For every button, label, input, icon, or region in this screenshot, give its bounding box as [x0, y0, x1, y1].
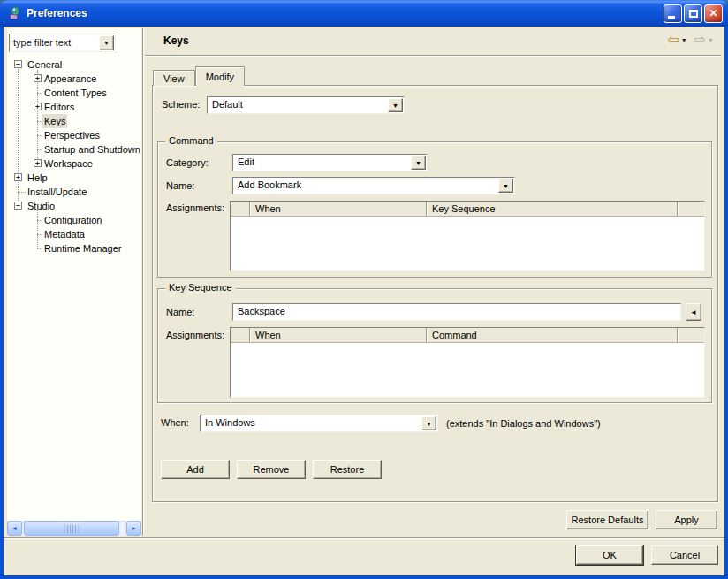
apply-button[interactable]: Apply — [656, 510, 717, 529]
key-assignments-table[interactable]: When Command — [230, 327, 705, 398]
when-select[interactable]: In Windows ▼ — [200, 415, 438, 432]
preferences-icon — [8, 6, 22, 20]
tree-item-metadata[interactable]: Metadata — [7, 227, 141, 241]
command-name-select[interactable]: Add Bookmark ▼ — [232, 177, 515, 194]
key-sequence-input[interactable]: Backspace — [232, 303, 681, 321]
tree-item-perspectives[interactable]: Perspectives — [7, 128, 141, 142]
back-history-caret-icon[interactable]: ▼ — [681, 37, 687, 43]
tree-item-install-update[interactable]: Install/Update — [7, 185, 141, 199]
header-cell-when[interactable]: When — [250, 328, 427, 342]
scrollbar-track[interactable] — [22, 521, 126, 536]
cancel-button[interactable]: Cancel — [651, 545, 718, 565]
header-divider — [145, 55, 721, 57]
chevron-down-icon[interactable]: ▼ — [411, 156, 426, 170]
restore-defaults-button[interactable]: Restore Defaults — [566, 510, 648, 529]
tree-connector — [37, 149, 42, 150]
add-button[interactable]: Add — [161, 460, 230, 479]
tab-strip: View Modify — [153, 66, 245, 86]
tree-item-studio[interactable]: − Studio — [7, 199, 141, 213]
tree-connector — [18, 192, 26, 193]
chevron-down-icon[interactable]: ▼ — [388, 98, 403, 112]
expand-icon[interactable]: + — [34, 159, 42, 167]
header-cell-blank[interactable] — [231, 202, 250, 216]
command-name-label: Name: — [166, 178, 194, 194]
left-arrow-icon: ◄ — [690, 309, 697, 316]
maximize-button[interactable] — [684, 4, 702, 23]
category-select[interactable]: Edit ▼ — [232, 154, 428, 171]
scheme-label: Scheme: — [162, 96, 200, 113]
header-cell-blank[interactable] — [231, 328, 250, 342]
tree-item-runtime-manager[interactable]: Runtime Manager — [7, 241, 141, 255]
collapse-icon[interactable]: − — [14, 202, 22, 210]
tree-item-workspace[interactable]: + Workspace — [7, 156, 141, 171]
forward-history-caret-icon[interactable]: ▼ — [708, 37, 714, 43]
tree-item-general[interactable]: − General — [7, 57, 141, 72]
scrollbar-thumb[interactable] — [24, 521, 119, 536]
close-button[interactable]: ✕ — [704, 4, 723, 23]
header-cell-when[interactable]: When — [250, 202, 427, 216]
scroll-right-icon[interactable]: ► — [126, 521, 141, 536]
expand-icon[interactable]: + — [14, 173, 22, 181]
command-assignments-table[interactable]: When Key Sequence — [230, 201, 705, 271]
keys-preference-page: Keys ⇦ ▼ ⇨ ▼ View Modify Scheme: Default… — [145, 27, 721, 537]
header-cell-filler — [678, 328, 704, 342]
tree-item-help[interactable]: + Help — [7, 171, 141, 185]
tree-item-appearance[interactable]: + Appearance — [7, 72, 141, 86]
scroll-left-icon[interactable]: ◄ — [7, 521, 22, 536]
category-label: Category: — [166, 155, 209, 171]
title-bar[interactable]: Preferences ✕ — [0, 0, 728, 27]
forward-arrow-icon[interactable]: ⇨ — [694, 33, 706, 47]
scheme-select[interactable]: Default ▼ — [207, 96, 405, 114]
tab-modify[interactable]: Modify — [195, 66, 245, 86]
dialog-button-bar: OK Cancel — [4, 545, 718, 565]
tree-item-startup-and-shutdown[interactable]: Startup and Shutdown — [7, 142, 141, 156]
chevron-down-icon[interactable]: ▼ — [99, 35, 114, 50]
footer-divider — [4, 537, 724, 539]
when-extends-note: (extends "In Dialogs and Windows") — [446, 415, 601, 432]
when-label: When: — [161, 415, 189, 431]
tree-connector — [37, 248, 42, 249]
dialog-client-area: type filter text ▼ − General + Appearanc… — [4, 27, 724, 575]
chevron-down-icon[interactable]: ▼ — [421, 416, 436, 430]
command-assignments-label: Assignments: — [166, 200, 224, 217]
minimize-button[interactable] — [664, 4, 682, 23]
tree-item-content-types[interactable]: Content Types — [7, 86, 141, 100]
key-sequence-insert-button[interactable]: ◄ — [686, 303, 701, 321]
page-header: Keys ⇦ ▼ ⇨ ▼ — [145, 27, 721, 55]
expand-icon[interactable]: + — [34, 103, 42, 110]
tree-item-configuration[interactable]: Configuration — [7, 213, 141, 227]
table-body-empty[interactable] — [231, 343, 704, 396]
filter-input[interactable]: type filter text ▼ — [9, 34, 116, 52]
table-body-empty[interactable] — [231, 217, 704, 270]
preferences-dialog: Preferences ✕ type filter text ▼ − Gener… — [0, 0, 728, 579]
header-cell-key-sequence[interactable]: Key Sequence — [427, 202, 678, 216]
close-icon: ✕ — [705, 5, 722, 22]
tree-connector — [37, 220, 42, 221]
tree-connector — [37, 93, 42, 94]
filter-placeholder: type filter text — [13, 37, 71, 48]
tab-view[interactable]: View — [153, 70, 195, 86]
tree-item-keys[interactable]: Keys — [7, 114, 141, 128]
window-title: Preferences — [27, 7, 664, 19]
key-sequence-name-label: Name: — [166, 304, 194, 321]
key-sequence-group: Key Sequence Name: Backspace ◄ Assignmen… — [157, 288, 712, 403]
preference-tree-panel: type filter text ▼ − General + Appearanc… — [7, 28, 141, 536]
table-header-row: When Command — [231, 328, 704, 343]
expand-icon[interactable]: + — [34, 74, 42, 82]
command-group-title: Command — [165, 135, 217, 146]
page-title: Keys — [163, 34, 189, 47]
preference-tree: − General + Appearance Content Types + E… — [7, 57, 141, 521]
header-cell-filler — [678, 202, 704, 216]
tree-connector — [37, 135, 42, 136]
chevron-down-icon[interactable]: ▼ — [498, 179, 513, 193]
back-arrow-icon[interactable]: ⇦ — [667, 33, 679, 47]
header-cell-command[interactable]: Command — [427, 328, 678, 342]
scrollbar-grip — [65, 525, 79, 533]
tree-item-editors[interactable]: + Editors — [7, 100, 141, 114]
remove-button[interactable]: Remove — [237, 460, 306, 479]
tree-horizontal-scrollbar[interactable]: ◄ ► — [7, 521, 141, 536]
modify-tab-panel: Scheme: Default ▼ Command Category: Edit… — [152, 85, 718, 502]
ok-button[interactable]: OK — [576, 545, 643, 565]
collapse-icon[interactable]: − — [14, 60, 22, 68]
restore-button[interactable]: Restore — [313, 460, 382, 479]
